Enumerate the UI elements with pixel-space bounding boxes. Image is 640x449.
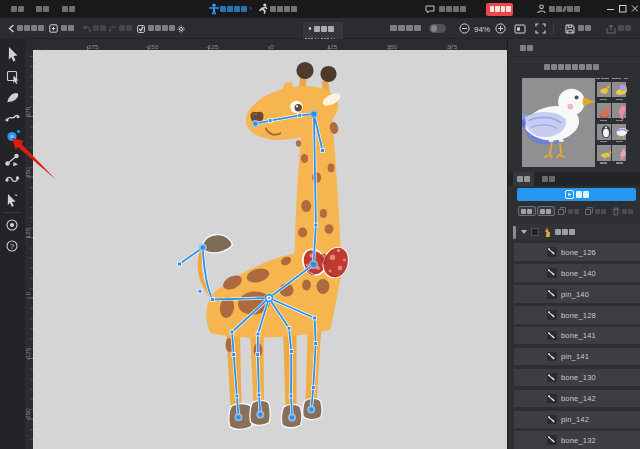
- svg-text:-125: -125: [25, 347, 31, 360]
- svg-text:-125: -125: [206, 43, 219, 50]
- svg-text:375: 375: [447, 43, 458, 50]
- svg-text:375: 375: [25, 106, 31, 117]
- svg-text:125: 125: [327, 43, 338, 50]
- svg-text:125: 125: [25, 227, 31, 238]
- svg-text:250: 250: [387, 43, 398, 50]
- svg-text:-375: -375: [86, 43, 99, 50]
- svg-text:0: 0: [270, 43, 274, 50]
- svg-text:0: 0: [25, 291, 31, 295]
- svg-text:?: ?: [10, 242, 15, 251]
- svg-text:250: 250: [25, 167, 31, 178]
- svg-text:-250: -250: [146, 43, 159, 50]
- svg-text:-250: -250: [25, 408, 31, 421]
